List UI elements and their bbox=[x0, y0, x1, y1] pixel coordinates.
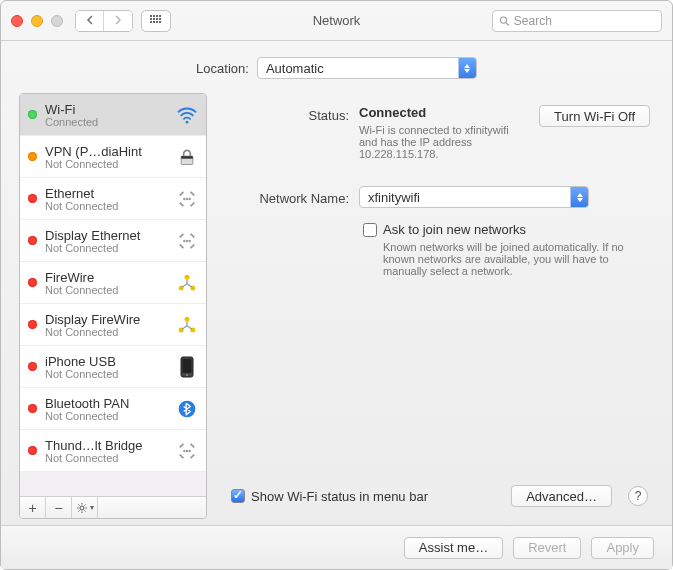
svg-line-1 bbox=[506, 22, 509, 25]
select-stepper-icon bbox=[570, 187, 588, 207]
search-icon bbox=[499, 15, 510, 27]
interface-actions-button[interactable]: ▾ bbox=[72, 497, 98, 518]
sidebar-item-name: VPN (P…diaHint bbox=[45, 144, 170, 159]
ask-to-join-row: Ask to join new networks Known networks … bbox=[229, 222, 650, 277]
sidebar-item-display-firewire[interactable]: Display FireWireNot Connected bbox=[20, 304, 206, 346]
sidebar-item-status: Not Connected bbox=[45, 285, 170, 296]
sidebar-item-text: Display FireWireNot Connected bbox=[45, 312, 170, 338]
svg-point-22 bbox=[186, 449, 188, 451]
status-dot bbox=[28, 362, 37, 371]
select-stepper-icon bbox=[458, 58, 476, 78]
chevron-left-icon bbox=[86, 15, 94, 25]
minimize-window-button[interactable] bbox=[31, 15, 43, 27]
sidebar-item-ethernet[interactable]: EthernetNot Connected bbox=[20, 178, 206, 220]
phone-icon bbox=[174, 354, 200, 380]
svg-point-6 bbox=[186, 197, 188, 199]
bluetooth-icon bbox=[174, 396, 200, 422]
svg-point-0 bbox=[500, 16, 506, 22]
back-button[interactable] bbox=[76, 11, 104, 31]
firewire-y-icon bbox=[174, 270, 200, 296]
sidebar-item-status: Not Connected bbox=[45, 243, 170, 254]
revert-button[interactable]: Revert bbox=[513, 537, 581, 559]
sidebar-item-name: Wi-Fi bbox=[45, 102, 170, 117]
turn-wifi-off-button[interactable]: Turn Wi-Fi Off bbox=[539, 105, 650, 127]
lock-icon bbox=[174, 144, 200, 170]
svg-point-23 bbox=[189, 449, 191, 451]
sidebar-item-name: Thund…lt Bridge bbox=[45, 438, 170, 453]
sidebar-item-status: Not Connected bbox=[45, 453, 170, 464]
status-value: Connected bbox=[359, 105, 426, 120]
assist-me-button[interactable]: Assist me… bbox=[404, 537, 503, 559]
ask-to-join-checkbox[interactable] bbox=[363, 223, 377, 237]
sidebar-item-status: Not Connected bbox=[45, 327, 170, 338]
ethernet-icon bbox=[174, 186, 200, 212]
sidebar-item-thund-lt-bridge[interactable]: Thund…lt BridgeNot Connected bbox=[20, 430, 206, 472]
network-name-value: xfinitywifi bbox=[368, 190, 420, 205]
sidebar-item-status: Connected bbox=[45, 117, 170, 128]
sidebar-item-wi-fi[interactable]: Wi-FiConnected bbox=[20, 94, 206, 136]
location-row: Location: Automatic bbox=[1, 41, 672, 93]
location-select[interactable]: Automatic bbox=[257, 57, 477, 79]
add-interface-button[interactable]: + bbox=[20, 497, 46, 518]
zoom-window-button bbox=[51, 15, 63, 27]
thunderbolt-icon bbox=[174, 438, 200, 464]
sidebar-item-name: Ethernet bbox=[45, 186, 170, 201]
sidebar-item-firewire[interactable]: FireWireNot Connected bbox=[20, 262, 206, 304]
svg-point-14 bbox=[185, 316, 190, 321]
sidebar-item-text: Display EthernetNot Connected bbox=[45, 228, 170, 254]
grid-icon bbox=[150, 15, 162, 27]
forward-button[interactable] bbox=[104, 11, 132, 31]
chevron-down-icon: ▾ bbox=[90, 503, 94, 512]
svg-line-31 bbox=[78, 510, 79, 511]
chevron-right-icon bbox=[114, 15, 122, 25]
advanced-button[interactable]: Advanced… bbox=[511, 485, 612, 507]
sidebar-item-name: Bluetooth PAN bbox=[45, 396, 170, 411]
remove-interface-button[interactable]: − bbox=[46, 497, 72, 518]
network-name-label: Network Name: bbox=[229, 188, 349, 206]
svg-line-30 bbox=[84, 510, 85, 511]
ask-to-join-text: Ask to join new networks bbox=[383, 222, 526, 237]
sidebar-item-name: Display Ethernet bbox=[45, 228, 170, 243]
sidebar-item-text: Thund…lt BridgeNot Connected bbox=[45, 438, 170, 464]
sidebar-toolbar: + − ▾ bbox=[20, 496, 206, 518]
svg-point-9 bbox=[186, 239, 188, 241]
interface-detail: Status: Connected Wi-Fi is connected to … bbox=[221, 93, 654, 519]
interface-sidebar: Wi-FiConnectedVPN (P…diaHintNot Connecte… bbox=[19, 93, 207, 519]
show-wifi-menubar-checkbox[interactable] bbox=[231, 489, 245, 503]
sidebar-item-status: Not Connected bbox=[45, 369, 170, 380]
sidebar-item-iphone-usb[interactable]: iPhone USBNot Connected bbox=[20, 346, 206, 388]
svg-point-7 bbox=[189, 197, 191, 199]
window-title: Network bbox=[313, 13, 361, 28]
sidebar-item-status: Not Connected bbox=[45, 201, 170, 212]
nav-back-forward bbox=[75, 10, 133, 32]
sidebar-item-bluetooth-pan[interactable]: Bluetooth PANNot Connected bbox=[20, 388, 206, 430]
svg-line-29 bbox=[78, 504, 79, 505]
ethernet-icon bbox=[174, 228, 200, 254]
interface-list[interactable]: Wi-FiConnectedVPN (P…diaHintNot Connecte… bbox=[20, 94, 206, 496]
location-label: Location: bbox=[196, 61, 249, 76]
search-input[interactable] bbox=[514, 14, 655, 28]
sidebar-item-name: Display FireWire bbox=[45, 312, 170, 327]
sidebar-item-text: EthernetNot Connected bbox=[45, 186, 170, 212]
help-button[interactable]: ? bbox=[628, 486, 648, 506]
sidebar-item-status: Not Connected bbox=[45, 411, 170, 422]
status-dot bbox=[28, 446, 37, 455]
sidebar-item-display-ethernet[interactable]: Display EthernetNot Connected bbox=[20, 220, 206, 262]
svg-point-11 bbox=[185, 274, 190, 279]
sidebar-item-vpn-p-diahint[interactable]: VPN (P…diaHintNot Connected bbox=[20, 136, 206, 178]
show-wifi-menubar-label: Show Wi-Fi status in menu bar bbox=[251, 489, 428, 504]
ask-to-join-checkbox-label[interactable]: Ask to join new networks bbox=[363, 222, 633, 237]
svg-rect-4 bbox=[181, 156, 193, 159]
svg-rect-18 bbox=[183, 359, 192, 373]
apply-button[interactable]: Apply bbox=[591, 537, 654, 559]
close-window-button[interactable] bbox=[11, 15, 23, 27]
sidebar-item-status: Not Connected bbox=[45, 159, 170, 170]
status-row: Status: Connected Wi-Fi is connected to … bbox=[229, 105, 650, 160]
search-field-wrap[interactable] bbox=[492, 10, 662, 32]
svg-line-32 bbox=[84, 504, 85, 505]
svg-point-5 bbox=[183, 197, 185, 199]
network-name-select[interactable]: xfinitywifi bbox=[359, 186, 589, 208]
location-select-value: Automatic bbox=[266, 61, 324, 76]
show-all-prefs-button[interactable] bbox=[141, 10, 171, 32]
status-dot bbox=[28, 110, 37, 119]
